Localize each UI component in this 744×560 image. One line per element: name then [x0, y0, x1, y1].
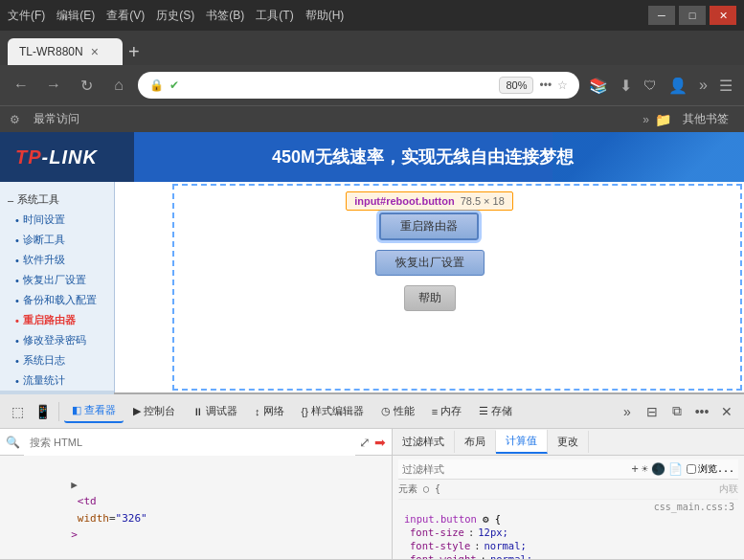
menu-hamburger-icon[interactable]: ☰ — [715, 75, 736, 97]
filter-dark-icon[interactable]: 🌑 — [651, 462, 665, 476]
sidebar-item-log[interactable]: 系统日志 — [0, 350, 114, 370]
devtools-right-tools: » ⊟ ⧉ ••• ✕ — [616, 400, 738, 423]
devtools-tab-performance[interactable]: ◷ 性能 — [373, 400, 422, 422]
devtools-tab-style-editor[interactable]: {} 样式编辑器 — [294, 400, 372, 422]
menu-file[interactable]: 文件(F) — [8, 8, 45, 24]
css-rule-font-size: font-size : 12px; — [402, 526, 734, 539]
filter-doc-icon[interactable]: 📄 — [668, 462, 683, 476]
style-editor-icon: {} — [302, 406, 308, 417]
devtools-tab-network[interactable]: ↕ 网络 — [247, 400, 292, 422]
search-icon: 🔍 — [6, 436, 20, 449]
menu-tools[interactable]: 工具(T) — [256, 8, 293, 24]
maximize-button[interactable]: □ — [679, 6, 706, 25]
address-input[interactable] — [185, 78, 493, 92]
tab-layout[interactable]: 布局 — [455, 431, 496, 453]
expand-bookmarks-icon[interactable]: » — [643, 113, 649, 126]
devtools-more-options[interactable]: ••• — [690, 400, 713, 423]
sidebar-section-tools[interactable]: 系统工具 — [0, 190, 114, 210]
devtools-panel: ⬚ 📱 ◧ 查看器 ▶ 控制台 ⏸ 调试器 ↕ 网络 {} 样式编辑器 ◷ 性能… — [0, 392, 744, 560]
devtools-more[interactable]: » — [616, 400, 639, 423]
window-controls: ─ □ ✕ — [648, 6, 736, 25]
menu-edit[interactable]: 编辑(E) — [56, 8, 95, 24]
sidebar-item-reboot[interactable]: 重启路由器 — [0, 310, 114, 330]
css-selector-label: input.button ⚙ { — [402, 512, 734, 526]
element-section: 元素 ◯ { 内联 — [398, 480, 738, 500]
forward-button[interactable]: → — [40, 72, 67, 99]
sidebar-item-traffic[interactable]: 流量统计 — [0, 370, 114, 391]
devtools-element-picker[interactable]: ⬚ — [6, 400, 29, 423]
devtools-undock[interactable]: ⧉ — [665, 400, 688, 423]
debugger-icon: ⏸ — [192, 406, 203, 417]
home-button[interactable]: ⌂ — [105, 72, 132, 99]
devtools-close[interactable]: ✕ — [715, 400, 738, 423]
html-search-input[interactable] — [24, 429, 355, 456]
refresh-button[interactable]: ↻ — [73, 72, 100, 99]
account-icon[interactable]: 👤 — [665, 75, 691, 97]
inspector-icon: ◧ — [72, 404, 81, 416]
devtools-toolbar: ⬚ 📱 ◧ 查看器 ▶ 控制台 ⏸ 调试器 ↕ 网络 {} 样式编辑器 ◷ 性能… — [0, 394, 744, 429]
shield-icon: ✔ — [169, 78, 179, 92]
titlebar: 文件(F) 编辑(E) 查看(V) 历史(S) 书签(B) 工具(T) 帮助(H… — [0, 0, 744, 31]
devtools-tab-debugger[interactable]: ⏸ 调试器 — [185, 400, 245, 422]
sidebar-item-restore[interactable]: 恢复出厂设置 — [0, 270, 114, 290]
element-tooltip: input#reboot.button 78.5 × 18 — [346, 191, 513, 211]
back-button[interactable]: ← — [8, 72, 34, 99]
star-icon[interactable]: ☆ — [557, 78, 568, 92]
frequent-visits[interactable]: 最常访问 — [28, 109, 85, 129]
zoom-level[interactable]: 80% — [499, 77, 533, 94]
download-icon[interactable]: ⬇ — [616, 75, 636, 97]
router-body: 系统工具 时间设置 诊断工具 软件升级 恢复出厂设置 备份和载入配置 重启路由器… — [0, 182, 744, 392]
browser-checkbox[interactable] — [687, 464, 696, 474]
memory-icon: ≡ — [432, 406, 438, 417]
html-panel-expand-icon[interactable]: ⤢ — [359, 435, 371, 450]
menu-help[interactable]: 帮助(H) — [305, 8, 345, 24]
other-bookmarks[interactable]: 其他书签 — [677, 109, 734, 129]
bookmarks-star-icon: ⚙ — [10, 113, 20, 126]
minimize-button[interactable]: ─ — [648, 6, 675, 25]
more-tools-icon[interactable]: » — [695, 75, 711, 96]
devtools-tab-console[interactable]: ▶ 控制台 — [125, 400, 183, 422]
tplink-banner: TP-LINK 450M无线速率，实现无线自由连接梦想 — [0, 132, 744, 182]
sidebar-item-diag[interactable]: 诊断工具 — [0, 230, 114, 250]
filter-light-icon[interactable]: ☀ — [642, 462, 648, 476]
menu-bar: 文件(F) 编辑(E) 查看(V) 历史(S) 书签(B) 工具(T) 帮助(H… — [8, 8, 648, 24]
restore-factory-button[interactable]: 恢复出厂设置 — [375, 250, 485, 276]
devtools-tab-inspector[interactable]: ◧ 查看器 — [64, 399, 124, 423]
filter-bar: + ☀ 🌑 📄 浏览... — [398, 459, 738, 480]
devtools-responsive[interactable]: 📱 — [31, 400, 54, 423]
menu-history[interactable]: 历史(S) — [156, 8, 194, 24]
devtools-dock-side[interactable]: ⊟ — [641, 400, 664, 423]
active-tab[interactable]: TL-WR880N × — [8, 38, 123, 65]
tab-changes[interactable]: 更改 — [548, 431, 589, 453]
more-icon[interactable]: ••• — [539, 78, 552, 92]
tab-close-button[interactable]: × — [91, 44, 99, 59]
tab-filter-styles[interactable]: 过滤样式 — [393, 431, 455, 453]
tooltip-size: 78.5 × 18 — [461, 195, 505, 207]
reboot-router-button[interactable]: 重启路由器 — [379, 213, 479, 240]
sidebar-item-upgrade[interactable]: 软件升级 — [0, 250, 114, 270]
bookmarks-icon[interactable]: 📚 — [585, 75, 612, 97]
css-rule-font-weight: font-weight : normal; — [402, 552, 734, 559]
sidebar-item-password[interactable]: 修改登录密码 — [0, 330, 114, 350]
filter-add-icon[interactable]: + — [631, 462, 638, 476]
devtools-tab-storage[interactable]: ☰ 存储 — [471, 400, 520, 422]
menu-view[interactable]: 查看(V) — [106, 8, 145, 24]
menu-bookmarks[interactable]: 书签(B) — [206, 8, 244, 24]
computed-panel: + ☀ 🌑 📄 浏览... 元素 ◯ { 内联 — [393, 456, 744, 559]
sidebar-item-backup[interactable]: 备份和载入配置 — [0, 290, 114, 310]
new-tab-button[interactable]: + — [128, 42, 140, 61]
help-button[interactable]: 帮助 — [404, 285, 456, 311]
storage-icon: ☰ — [479, 405, 488, 417]
sidebar: 系统工具 时间设置 诊断工具 软件升级 恢复出厂设置 备份和载入配置 重启路由器… — [0, 182, 115, 392]
sidebar-item-time[interactable]: 时间设置 — [0, 210, 114, 230]
devtools-separator-1 — [58, 402, 59, 421]
devtools-tab-memory[interactable]: ≡ 内存 — [424, 400, 469, 422]
devtools-body: 🔍 ⤢ ➡ ▶ <td width="326" > <input id="reb… — [0, 429, 744, 559]
close-button[interactable]: ✕ — [710, 6, 736, 25]
tab-label: TL-WR880N — [19, 45, 83, 58]
filter-input[interactable] — [402, 463, 627, 475]
html-panel-arrow-icon[interactable]: ➡ — [374, 435, 386, 450]
shield-check-icon[interactable]: 🛡 — [640, 76, 661, 95]
tooltip-selector: input#reboot.button — [354, 195, 454, 207]
tab-computed[interactable]: 计算值 — [496, 430, 548, 454]
